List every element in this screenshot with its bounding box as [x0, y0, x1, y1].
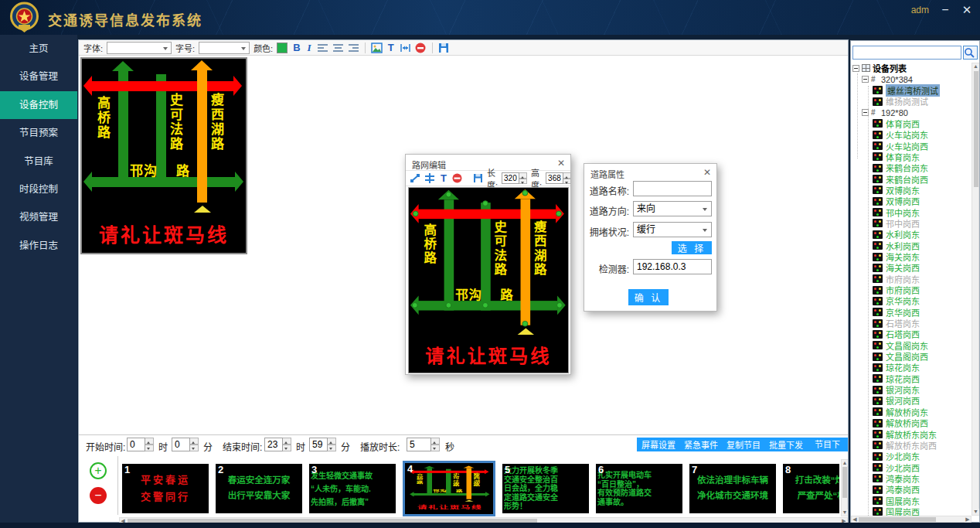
color-swatch[interactable] — [277, 43, 288, 53]
editor-close-icon[interactable] — [557, 158, 565, 169]
device-item[interactable]: 来鹤台岗西 — [851, 173, 971, 184]
device-item[interactable]: 海关岗东 — [851, 251, 971, 262]
bold-button[interactable]: B — [291, 42, 301, 53]
sidebar-item-3[interactable]: 节目预案 — [0, 119, 77, 147]
road-cross-tool-icon[interactable] — [424, 173, 435, 184]
device-item[interactable]: 邗中岗西 — [851, 218, 971, 229]
device-item[interactable]: 沙北岗东 — [851, 451, 971, 462]
device-item[interactable]: 来鹤台岗东 — [851, 162, 971, 173]
confirm-button[interactable]: 确 认 — [628, 289, 669, 305]
device-item[interactable]: 银河岗西 — [851, 395, 971, 406]
device-item[interactable]: 鸿泰岗东 — [851, 473, 971, 484]
device-item[interactable]: 石塔岗东 — [851, 318, 971, 329]
device-item[interactable]: 海关岗西 — [851, 262, 971, 273]
minimize-icon[interactable] — [938, 3, 952, 17]
playlist-thumbnail-7[interactable]: 7依法治理非标车辆净化城市交通环境 — [689, 464, 776, 513]
device-item[interactable]: 邗中岗东 — [851, 206, 971, 217]
sidebar-item-1[interactable]: 设备管理 — [0, 63, 77, 90]
line-tool-icon[interactable] — [410, 173, 420, 184]
panel-horizontal-scrollbar[interactable]: ◀ ▶ — [851, 516, 971, 523]
road-name-input[interactable] — [633, 181, 712, 196]
user-name[interactable]: adm — [911, 5, 929, 15]
device-item[interactable]: 京华岗东 — [851, 295, 971, 306]
playlist-thumbnail-4[interactable]: 4 高桥路 史可法路 瘦西湖路 邗沟 路 请礼让斑马线 — [403, 461, 495, 516]
device-item[interactable]: 文昌阁岗东 — [851, 340, 971, 351]
device-item[interactable]: 石塔岗西 — [851, 329, 971, 339]
control-point[interactable] — [556, 302, 563, 308]
device-item[interactable]: 鸿泰岗西 — [851, 484, 971, 495]
editor-save-icon[interactable] — [473, 173, 483, 184]
timebar-button-0[interactable]: 屏幕设置 — [637, 438, 680, 451]
playlist-thumbnail-8[interactable]: 8打击改装“炸街”严查严处“机动 — [783, 464, 839, 513]
timebar-button-2[interactable]: 复制节目 — [722, 438, 765, 451]
device-item[interactable]: 体育岗西 — [851, 118, 971, 129]
control-point[interactable] — [522, 190, 528, 196]
device-item[interactable]: 解放桥东岗西 — [851, 440, 971, 451]
device-item[interactable]: 水利岗西 — [851, 240, 971, 251]
device-item[interactable]: 沙北岗西 — [851, 462, 971, 472]
strip-vertical-scrollbar[interactable]: ▲ ▼ — [841, 459, 848, 516]
select-button[interactable]: 选 择 — [672, 241, 712, 254]
editor-text-tool[interactable]: T — [439, 172, 448, 184]
start-min-stepper[interactable] — [172, 438, 199, 451]
playlist-thumbnail-2[interactable]: 2春运安全连万家出行平安靠大家 — [216, 464, 302, 513]
device-item[interactable]: 琼花岗西 — [851, 373, 971, 384]
start-hour-stepper[interactable] — [127, 438, 154, 451]
device-item[interactable]: 市府岗西 — [851, 284, 971, 295]
control-point[interactable] — [446, 302, 452, 308]
device-item[interactable]: 文昌阁岗西 — [851, 351, 971, 362]
size-select[interactable] — [199, 42, 250, 54]
collapse-icon[interactable] — [852, 65, 859, 72]
timebar-button-3[interactable]: 批量下发 — [764, 438, 808, 451]
add-program-button[interactable]: + — [90, 462, 107, 479]
device-item[interactable]: 国展岗东 — [851, 495, 971, 506]
fit-width-icon[interactable] — [400, 43, 411, 53]
control-point[interactable] — [556, 211, 562, 217]
search-button[interactable] — [963, 46, 978, 60]
device-item[interactable]: 火车站岗东 — [851, 129, 971, 140]
sidebar-item-0[interactable]: 主页 — [0, 35, 77, 63]
device-item[interactable]: 解放桥岗西 — [851, 417, 971, 428]
playlist-thumbnail-6[interactable]: 6扎实开展电动车“百日整治”，有效预防道路交通事故。 — [596, 464, 682, 513]
detector-input[interactable] — [633, 259, 712, 274]
device-item[interactable]: 维扬岗测试 — [851, 96, 971, 107]
device-item[interactable]: 体育岗东 — [851, 152, 971, 162]
props-close-icon[interactable] — [703, 167, 711, 178]
device-item[interactable]: 水利岗东 — [851, 229, 971, 240]
end-min-stepper[interactable] — [309, 438, 336, 451]
align-right-icon[interactable] — [348, 43, 359, 53]
device-item[interactable]: 双博岗西 — [851, 196, 971, 206]
device-item[interactable]: 双博岗东 — [851, 185, 971, 196]
device-item[interactable]: 市府岗东 — [851, 274, 971, 284]
tree-group-192*80[interactable]: 192*80 — [851, 107, 971, 118]
sidebar-item-7[interactable]: 操作日志 — [0, 232, 77, 260]
control-point[interactable] — [482, 200, 488, 206]
sidebar-item-4[interactable]: 节目库 — [0, 148, 77, 175]
italic-button[interactable]: I — [306, 42, 313, 54]
duration-stepper[interactable] — [407, 438, 440, 451]
tree-root[interactable]: 设备列表 — [851, 63, 971, 73]
close-icon[interactable] — [960, 3, 974, 17]
device-item[interactable]: 京华岗西 — [851, 307, 971, 318]
timebar-button-4[interactable]: 节目下发 — [807, 438, 848, 451]
insert-image-icon[interactable] — [371, 43, 383, 53]
font-select[interactable] — [107, 42, 172, 54]
align-center-icon[interactable] — [332, 43, 344, 53]
editor-delete-icon[interactable] — [452, 173, 462, 184]
playlist-thumbnail-3[interactable]: 3发生轻微交通事故“人未伤，车能动.先拍照，后撤离” — [309, 464, 396, 513]
device-search-input[interactable] — [852, 46, 961, 60]
control-point[interactable] — [482, 302, 488, 308]
sign-preview-canvas[interactable]: 高桥路 史可法路 瘦西湖路 邗沟 路 请礼让斑马线 — [80, 57, 247, 254]
editor-canvas[interactable]: 高桥路 史可法路 瘦西湖路 邗沟 路 请礼让斑马线 — [408, 187, 569, 373]
tree-group-320*384[interactable]: 320*384 — [851, 73, 971, 84]
congestion-select[interactable]: 缓行 — [633, 222, 712, 237]
height-stepper[interactable] — [546, 172, 571, 184]
remove-program-button[interactable]: − — [90, 487, 107, 504]
device-item[interactable]: 琼花岗东 — [851, 362, 971, 373]
device-item[interactable]: 火车站岗西 — [851, 140, 971, 151]
device-item[interactable]: 银河岗东 — [851, 384, 971, 395]
device-item[interactable]: 解放桥东岗东 — [851, 428, 971, 439]
control-point[interactable] — [413, 211, 419, 217]
panel-vertical-scrollbar[interactable]: ▲ ▼ — [971, 63, 979, 516]
timebar-button-1[interactable]: 紧急事件 — [679, 438, 723, 451]
